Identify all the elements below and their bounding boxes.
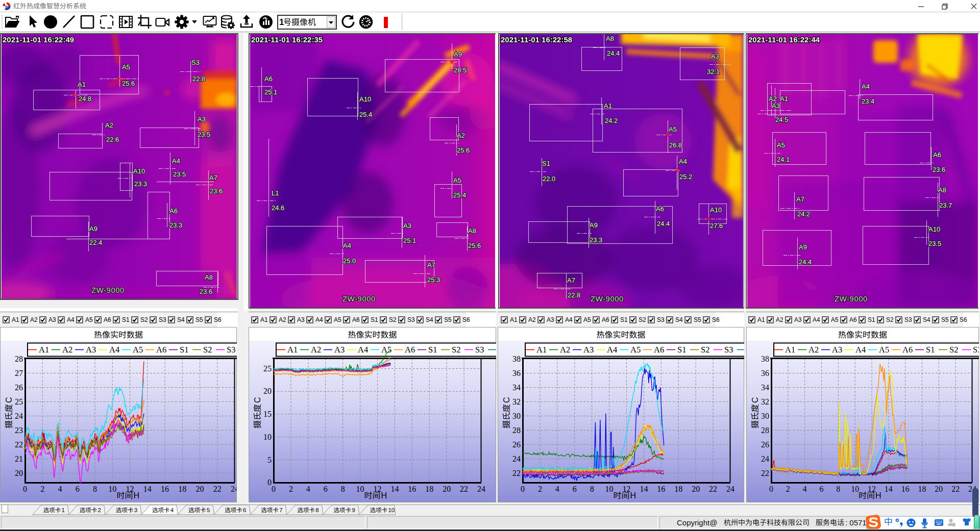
svg-text:23.6: 23.6 [933, 166, 945, 173]
svg-text:8: 8 [590, 485, 594, 493]
svg-text:A7: A7 [427, 261, 435, 269]
svg-text:4: 4 [170, 507, 174, 513]
svg-text:S1: S1 [180, 345, 188, 355]
svg-text:4: 4 [306, 485, 310, 493]
svg-text:27: 27 [15, 369, 23, 377]
svg-text:4: 4 [555, 485, 559, 493]
svg-text:27.6: 27.6 [710, 222, 723, 230]
svg-text:A2: A2 [311, 345, 321, 355]
svg-text:24.4: 24.4 [799, 258, 812, 266]
svg-text:A1: A1 [604, 102, 612, 110]
svg-text:24.4: 24.4 [657, 220, 670, 227]
svg-text:L1: L1 [272, 189, 279, 197]
svg-text:S1: S1 [926, 345, 935, 355]
svg-text:A4: A4 [607, 345, 617, 355]
svg-text:28: 28 [761, 426, 769, 435]
svg-text:22.4: 22.4 [89, 239, 102, 246]
svg-text:S2: S2 [203, 345, 212, 355]
svg-text:16: 16 [408, 485, 416, 493]
svg-text:A3: A3 [832, 345, 842, 355]
svg-text:25.1: 25.1 [264, 88, 277, 96]
svg-text:28: 28 [15, 355, 23, 363]
svg-text:6: 6 [820, 485, 824, 493]
svg-text:34: 34 [512, 383, 521, 392]
svg-text:8: 8 [836, 485, 840, 493]
svg-text:38: 38 [761, 355, 769, 363]
svg-text:25.4: 25.4 [453, 191, 466, 199]
svg-text:21: 21 [15, 454, 23, 463]
svg-text:A1: A1 [785, 345, 795, 355]
svg-text:25: 25 [263, 364, 272, 373]
svg-text:23.6: 23.6 [210, 187, 223, 195]
svg-text:4: 4 [803, 485, 807, 493]
svg-text:24.1: 24.1 [777, 156, 790, 163]
svg-text:24.6: 24.6 [272, 204, 284, 212]
svg-text:A3: A3 [403, 222, 411, 230]
svg-text:18: 18 [674, 485, 682, 493]
svg-text:5: 5 [267, 456, 272, 464]
svg-text:12: 12 [126, 485, 134, 493]
svg-text:C: C [253, 397, 262, 403]
svg-text:22.8: 22.8 [568, 291, 580, 299]
svg-text:22.6: 22.6 [106, 136, 119, 143]
svg-text:A8: A8 [938, 186, 946, 194]
svg-text:A5: A5 [122, 63, 130, 71]
svg-text:23.5: 23.5 [928, 240, 941, 247]
svg-text:25.2: 25.2 [679, 173, 692, 181]
svg-text:A4: A4 [679, 158, 687, 165]
svg-text:A5: A5 [777, 141, 785, 149]
svg-text:0: 0 [267, 478, 272, 487]
svg-text:16: 16 [901, 485, 910, 493]
svg-text:23.3: 23.3 [169, 221, 182, 229]
svg-text:S3: S3 [191, 59, 200, 66]
svg-text:2021-11-01 16:22:49: 2021-11-01 16:22:49 [3, 35, 74, 44]
svg-text:18: 18 [918, 485, 926, 493]
svg-text:6: 6 [573, 485, 577, 493]
svg-text:36: 36 [761, 369, 769, 377]
svg-text:32.1: 32.1 [707, 68, 720, 75]
svg-text:1: 1 [61, 507, 64, 513]
svg-text:H: H [381, 491, 387, 500]
svg-text:23: 23 [15, 426, 23, 435]
svg-text:4: 4 [58, 485, 62, 493]
svg-text:8: 8 [315, 507, 318, 513]
svg-text:23.6: 23.6 [200, 288, 212, 295]
svg-text:2021-11-01 16:22:44: 2021-11-01 16:22:44 [748, 35, 820, 44]
svg-text:26.8: 26.8 [669, 141, 682, 149]
svg-text:24.2: 24.2 [605, 117, 618, 124]
svg-text:2: 2 [289, 485, 293, 493]
svg-text:28.5: 28.5 [454, 66, 467, 74]
svg-text:6: 6 [243, 507, 246, 513]
svg-text:H: H [134, 491, 140, 500]
svg-text:C: C [502, 397, 511, 403]
svg-text:20: 20 [692, 485, 700, 493]
svg-text:A1: A1 [780, 95, 788, 103]
svg-text:0: 0 [272, 485, 276, 493]
svg-text:A2: A2 [457, 132, 465, 139]
svg-text:A2: A2 [560, 345, 570, 355]
svg-text:A8: A8 [205, 273, 213, 281]
svg-text:A4: A4 [358, 345, 368, 355]
svg-text:14: 14 [885, 485, 893, 493]
svg-text:24: 24 [512, 454, 521, 463]
svg-text:28: 28 [512, 426, 521, 435]
svg-text:25.6: 25.6 [468, 242, 481, 249]
svg-text:24.4: 24.4 [607, 49, 620, 57]
svg-text:23.5: 23.5 [173, 170, 186, 178]
svg-text:C: C [5, 397, 13, 403]
svg-text:25: 25 [15, 397, 23, 406]
svg-text:S1: S1 [677, 345, 686, 355]
svg-text:25.0: 25.0 [343, 257, 356, 265]
svg-text:22: 22 [460, 485, 468, 493]
svg-text:26: 26 [512, 440, 521, 449]
svg-text:S1: S1 [542, 160, 550, 167]
svg-text:A4: A4 [172, 157, 180, 165]
svg-text:ZW-9000: ZW-9000 [835, 294, 868, 303]
svg-text:A6: A6 [656, 205, 664, 213]
svg-text:A3: A3 [86, 345, 96, 355]
svg-text:26: 26 [761, 440, 769, 449]
svg-text:S2: S2 [701, 345, 709, 355]
svg-text:25.3: 25.3 [427, 276, 440, 284]
svg-text:12: 12 [374, 485, 382, 493]
svg-text:2021-11-01 16:22:58: 2021-11-01 16:22:58 [501, 35, 572, 44]
